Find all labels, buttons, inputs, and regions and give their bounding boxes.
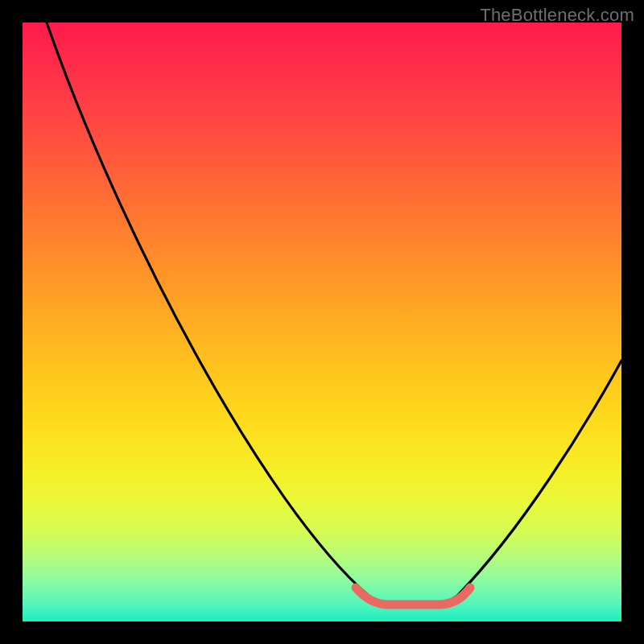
chart-frame: TheBottleneck.com <box>0 0 644 644</box>
curve-layer <box>23 23 621 621</box>
watermark-text: TheBottleneck.com <box>480 5 634 26</box>
bottleneck-curve <box>47 23 621 604</box>
optimal-zone <box>356 588 470 605</box>
plot-area <box>23 23 621 621</box>
